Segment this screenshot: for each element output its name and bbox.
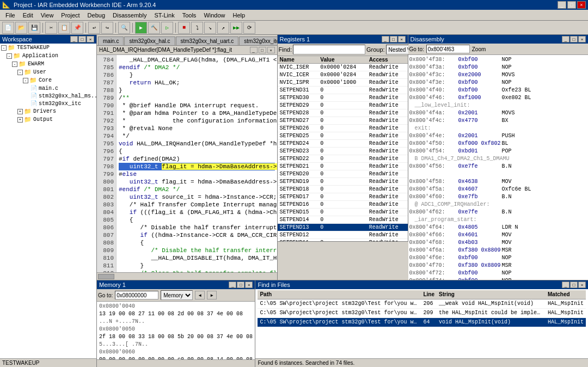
- memory-goto-input[interactable]: [115, 291, 158, 299]
- expand-drivers[interactable]: +: [17, 109, 23, 114]
- register-row[interactable]: SETPEND110ReadWrite: [278, 239, 408, 242]
- save-button[interactable]: 💾: [28, 22, 40, 34]
- menu-file[interactable]: File: [2, 11, 19, 20]
- register-row[interactable]: SETPEND250ReadWrite: [278, 132, 408, 140]
- menu-edit[interactable]: Edit: [20, 11, 36, 20]
- memory-close[interactable]: ×: [245, 282, 253, 288]
- memory-minimize[interactable]: _: [229, 282, 236, 288]
- register-row[interactable]: SETPEND240ReadWrite: [278, 140, 408, 148]
- expand-user[interactable]: -: [17, 70, 23, 75]
- tree-drivers[interactable]: + 📁 Drivers: [0, 107, 96, 115]
- expand-output[interactable]: +: [17, 117, 23, 123]
- register-row[interactable]: SETPEND260ReadWrite: [278, 125, 408, 132]
- menu-project[interactable]: Project: [58, 11, 83, 20]
- tab-main-c[interactable]: main.c: [98, 36, 124, 45]
- register-row[interactable]: SETPEND270ReadWrite: [278, 117, 408, 125]
- code-content[interactable]: _HAL_DMA_CLEAR_FLAG(hdma, (DMA_FLAG_HT1 …: [117, 55, 277, 272]
- memory-float[interactable]: □: [237, 282, 244, 288]
- menu-help[interactable]: Help: [230, 11, 249, 20]
- new-button[interactable]: 📄: [2, 22, 14, 34]
- workspace-float[interactable]: □: [78, 36, 86, 42]
- paste-button[interactable]: 📌: [71, 22, 83, 34]
- registers-close[interactable]: ×: [398, 36, 406, 42]
- menu-debug[interactable]: Debug: [84, 11, 108, 20]
- menu-tools[interactable]: Tools: [179, 11, 200, 20]
- register-row[interactable]: SETPEND220ReadWrite: [278, 155, 408, 163]
- open-button[interactable]: 📂: [15, 22, 27, 34]
- workspace-tab-bottom[interactable]: TESTWAKEUP: [0, 358, 96, 367]
- editor-float[interactable]: □: [259, 47, 266, 53]
- step-over-button[interactable]: ⤵: [191, 22, 203, 34]
- register-row[interactable]: SETPEND140ReadWrite: [278, 216, 408, 224]
- register-row[interactable]: SETPEND210ReadWrite: [278, 163, 408, 170]
- expand-ewarm[interactable]: -: [12, 62, 17, 67]
- editor-minimize[interactable]: _: [250, 47, 258, 53]
- register-row[interactable]: SETPEND150ReadWrite: [278, 209, 408, 216]
- menu-window[interactable]: Window: [200, 11, 228, 20]
- register-row[interactable]: SETPEND310ReadWrite: [278, 87, 408, 94]
- find-result-row[interactable]: C:\05 SW\project\project stm32g0\Test fo…: [258, 299, 586, 309]
- find-files-minimize[interactable]: _: [562, 282, 569, 288]
- memory-prev-button[interactable]: ◄: [195, 291, 205, 299]
- search-button[interactable]: 🔍: [118, 22, 130, 34]
- tree-hal-msp[interactable]: 📄 stm32g0xx_hal_ms...: [0, 92, 96, 100]
- find-files-close[interactable]: ×: [578, 282, 586, 288]
- register-row[interactable]: SETPEND160ReadWrite: [278, 201, 408, 209]
- find-files-float[interactable]: □: [570, 282, 578, 288]
- register-row[interactable]: SETPEND12ReadWrite: [278, 231, 408, 239]
- cut-button[interactable]: ✂: [45, 22, 57, 34]
- editor-scrollbar-thumb[interactable]: [98, 274, 114, 279]
- find-files-content[interactable]: Path Line String Matched C:\05 SW\projec…: [255, 289, 588, 358]
- tree-user[interactable]: - 📁 User: [0, 68, 96, 76]
- stop-button[interactable]: ■: [178, 22, 190, 34]
- menu-view[interactable]: View: [38, 11, 57, 20]
- register-row[interactable]: SETPEND170ReadWrite: [278, 193, 408, 201]
- step-into-button[interactable]: ↘: [204, 22, 216, 34]
- tab-uart[interactable]: stm32g0xx_hal_uart.c: [176, 36, 239, 45]
- memory-scrollbar[interactable]: [97, 359, 255, 367]
- reset-button[interactable]: ⟳: [243, 22, 255, 34]
- disassembly-float[interactable]: □: [570, 36, 578, 42]
- expand-application[interactable]: -: [7, 53, 12, 59]
- workspace-close[interactable]: ×: [87, 36, 94, 42]
- tree-project[interactable]: - 📁 TESTWAKEUP: [0, 44, 96, 52]
- disassembly-close[interactable]: ×: [578, 36, 586, 42]
- editor-scrollbar[interactable]: [97, 272, 277, 280]
- registers-float[interactable]: □: [390, 36, 397, 42]
- expand-core[interactable]: -: [23, 78, 28, 83]
- register-row[interactable]: SETPEND300ReadWrite: [278, 94, 408, 102]
- workspace-minimize[interactable]: _: [70, 36, 78, 42]
- tree-application[interactable]: - 📁 Application: [0, 52, 96, 60]
- tab-itc[interactable]: stm32g0xx_itc.c: [239, 36, 277, 45]
- register-row[interactable]: NVIC_ICER0x0000'0284ReadWrite: [278, 71, 408, 79]
- code-editor[interactable]: 7847857867877887897907917927937947957967…: [97, 55, 277, 272]
- menu-stlink[interactable]: ST-Link: [151, 11, 177, 20]
- register-row[interactable]: SETPEND230ReadWrite: [278, 148, 408, 155]
- tree-ewarm[interactable]: - 📁 EWARM: [0, 60, 96, 68]
- register-row[interactable]: SETPEND280ReadWrite: [278, 109, 408, 117]
- run-button[interactable]: ▶▶: [230, 22, 242, 34]
- step-out-button[interactable]: ↗: [217, 22, 229, 34]
- tree-main-c[interactable]: 📄 main.c: [0, 84, 96, 92]
- registers-table-container[interactable]: Name Value Access NVIC_ISER0x0000'0284Re…: [278, 56, 408, 241]
- register-row[interactable]: SETPEND200ReadWrite: [278, 170, 408, 178]
- undo-button[interactable]: ↩: [88, 22, 100, 34]
- tree-output[interactable]: + 📁 Output: [0, 115, 96, 124]
- register-row[interactable]: SETPEND290ReadWrite: [278, 102, 408, 109]
- debug-button[interactable]: ▷: [161, 22, 173, 34]
- memory-next-button[interactable]: ►: [207, 291, 217, 299]
- editor-close[interactable]: ×: [267, 47, 275, 53]
- register-row[interactable]: SETPEND180ReadWrite: [278, 186, 408, 193]
- close-button[interactable]: ×: [577, 1, 586, 9]
- disassembly-goto-input[interactable]: [426, 45, 470, 53]
- register-row[interactable]: SETPEND130ReadWrite: [278, 224, 408, 231]
- tree-core[interactable]: - 📁 Core: [0, 76, 96, 84]
- register-row[interactable]: NVIC_ISER0x0000'0284ReadWrite: [278, 64, 408, 71]
- register-row[interactable]: NVIC_ISPR0x0000'1000ReadWrite: [278, 79, 408, 87]
- disassembly-content[interactable]: 0x800'4f38:0xbf00NOP0x800'4f3a:0xbf00NOP…: [408, 55, 589, 280]
- menu-disassembly[interactable]: Disassembly: [109, 11, 150, 20]
- maximize-button[interactable]: □: [567, 1, 576, 9]
- memory-format-select[interactable]: Memory: [161, 290, 193, 300]
- tab-hal[interactable]: stm32g0xx_hal.c: [124, 36, 175, 45]
- tree-it-c[interactable]: 📄 stm32g0xx_itc: [0, 100, 96, 107]
